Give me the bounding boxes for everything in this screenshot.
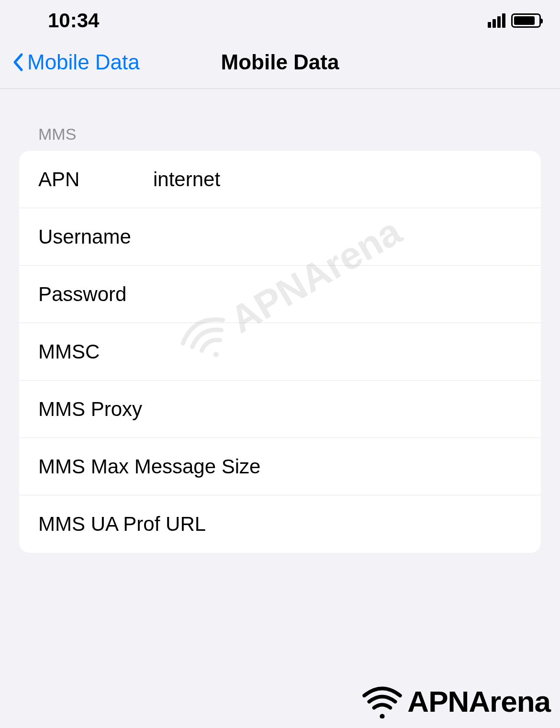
mms-proxy-row[interactable]: MMS Proxy	[19, 381, 541, 438]
chevron-left-icon	[12, 53, 23, 72]
mms-max-size-input[interactable]	[260, 455, 522, 478]
apn-label: APN	[38, 168, 153, 191]
password-label: Password	[38, 283, 153, 306]
mms-proxy-label: MMS Proxy	[38, 398, 153, 421]
wifi-icon	[362, 685, 403, 718]
back-button-label: Mobile Data	[27, 50, 140, 74]
mms-max-size-label: MMS Max Message Size	[38, 455, 260, 478]
page-title: Mobile Data	[221, 50, 339, 74]
status-indicators	[488, 13, 541, 28]
apn-input[interactable]	[153, 168, 522, 191]
mms-ua-prof-label: MMS UA Prof URL	[38, 513, 206, 536]
cellular-signal-icon	[488, 13, 505, 28]
username-row[interactable]: Username	[19, 208, 541, 266]
status-time: 10:34	[48, 9, 99, 32]
mms-ua-prof-input[interactable]	[206, 513, 522, 536]
battery-icon	[511, 13, 541, 28]
status-bar: 10:34	[0, 0, 560, 36]
section-header-mms: MMS	[0, 89, 560, 151]
apn-row[interactable]: APN	[19, 151, 541, 208]
username-label: Username	[38, 225, 153, 248]
mmsc-label: MMSC	[38, 340, 153, 363]
mms-settings-group: APN Username Password MMSC MMS Proxy MMS…	[19, 151, 541, 553]
password-input[interactable]	[153, 283, 522, 306]
username-input[interactable]	[153, 225, 522, 248]
password-row[interactable]: Password	[19, 266, 541, 323]
watermark-bottom: APNArena	[362, 684, 550, 718]
mms-ua-prof-row[interactable]: MMS UA Prof URL	[19, 495, 541, 553]
mms-max-size-row[interactable]: MMS Max Message Size	[19, 438, 541, 495]
mms-proxy-input[interactable]	[153, 398, 522, 421]
back-button[interactable]: Mobile Data	[12, 50, 140, 74]
navigation-header: Mobile Data Mobile Data	[0, 36, 560, 89]
mmsc-row[interactable]: MMSC	[19, 323, 541, 381]
mmsc-input[interactable]	[153, 340, 522, 363]
watermark-text: APNArena	[407, 684, 550, 718]
